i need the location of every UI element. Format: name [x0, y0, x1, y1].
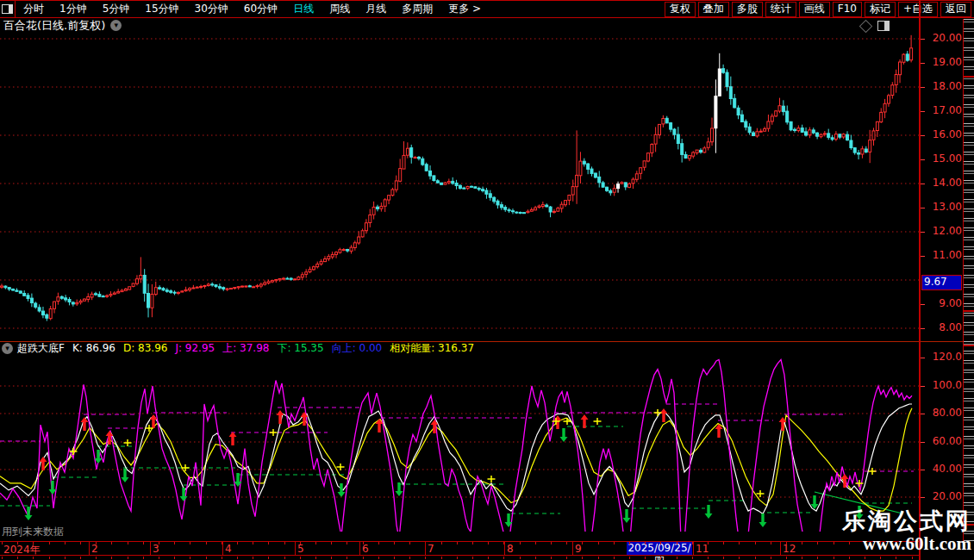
trading-app: { "toolbar": { "left_items": [ {"label":… [0, 0, 974, 560]
month-divider [504, 542, 505, 555]
date-tick [723, 542, 724, 544]
axis-label: 14.00 [924, 177, 962, 189]
date-subtick [660, 557, 661, 559]
axis-label: 18.00 [924, 80, 962, 92]
buy-arrow-icon [554, 415, 562, 429]
toolbar-button[interactable]: 叠加 [698, 2, 729, 17]
date-tick [111, 542, 112, 544]
axis-label: 40.00 [924, 463, 962, 475]
watermark: 乐淘公式网 www.60lt.com [842, 509, 971, 554]
date-tick [268, 542, 269, 544]
date-subtick [472, 557, 473, 559]
date-label: 6 [362, 543, 369, 555]
toolbar-button[interactable]: 统计 [765, 2, 796, 17]
axis-label: 20.00 [924, 490, 962, 502]
date-tick [394, 542, 395, 544]
date-tick [441, 542, 442, 544]
sell-arrow-icon [705, 505, 713, 519]
date-label: 4 [225, 543, 232, 555]
buy-arrow-icon [277, 410, 284, 424]
date-subtick [912, 557, 913, 559]
date-subtick [284, 557, 285, 559]
date-subtick [331, 557, 332, 559]
date-tick [520, 542, 521, 544]
month-divider [425, 542, 426, 555]
diamond-marker-icon[interactable] [859, 20, 873, 34]
date-label: 9 [575, 543, 582, 555]
window-layout-button[interactable] [0, 1, 16, 17]
k-line [0, 404, 912, 513]
toolbar-button[interactable]: F10 [833, 2, 862, 17]
date-subtick [488, 557, 489, 559]
chart-title-bar: 百合花(日线.前复权) ▾ [3, 19, 122, 32]
sell-arrow-icon [560, 428, 568, 442]
date-subtick [65, 557, 66, 559]
period-tab[interactable]: 分时 [16, 2, 52, 16]
axis-label: 16.00 [924, 128, 962, 140]
date-subtick [817, 557, 818, 559]
date-tick [457, 542, 458, 544]
period-tab[interactable]: 30分钟 [187, 2, 236, 16]
period-tab[interactable]: 日线 [285, 2, 322, 16]
date-subtick [896, 557, 896, 559]
period-menu: 分时1分钟5分钟15分钟30分钟60分钟日线周线月线多周期更多 > [16, 2, 489, 16]
axis-label: 17.00 [924, 104, 962, 116]
toolbar-button[interactable]: 复权 [665, 2, 696, 17]
indicator-gridlines [0, 386, 919, 497]
toolbar-button[interactable]: 画线 [799, 2, 830, 17]
date-tick [755, 542, 756, 544]
buy-arrow-icon [581, 414, 589, 428]
date-axis: 2025/09/25/四 2024年234567891112 [0, 541, 919, 556]
date-subtick [582, 557, 583, 559]
buy-arrow-icon [229, 432, 237, 445]
date-subtick [17, 557, 18, 559]
toolbar-button[interactable]: 标记 [865, 2, 896, 17]
axis-label: 9.00 [924, 297, 962, 309]
panel-toggle-icon[interactable] [877, 21, 890, 31]
date-tick [660, 542, 661, 544]
date-subtick [315, 557, 316, 559]
axis-label: 19.00 [924, 56, 962, 68]
date-subtick [253, 557, 253, 559]
date-subtick [394, 557, 395, 559]
date-tick [551, 542, 552, 544]
date-subtick [786, 557, 787, 559]
date-tick [143, 542, 144, 544]
toolbar-button[interactable]: 多股 [732, 2, 763, 17]
date-subtick [771, 557, 771, 559]
date-subtick [834, 557, 834, 559]
date-subtick [49, 557, 50, 559]
period-tab[interactable]: 月线 [358, 2, 394, 16]
date-subtick [566, 557, 567, 559]
month-divider [359, 542, 360, 555]
date-subtick [708, 557, 709, 559]
period-tab[interactable]: 多周期 [394, 2, 440, 16]
chevron-down-icon[interactable]: ▾ [110, 20, 122, 31]
date-subtick [755, 557, 756, 559]
date-subtick [96, 557, 97, 559]
period-tab[interactable]: 周线 [322, 2, 358, 16]
date-tick [802, 542, 802, 544]
indicator-chart [0, 350, 919, 541]
date-subtick [111, 557, 112, 559]
month-divider [295, 542, 296, 555]
sell-arrow-icon [25, 507, 33, 520]
date-subtick [222, 557, 222, 559]
period-tab[interactable]: 60分钟 [236, 2, 285, 16]
period-tab[interactable]: 5分钟 [95, 2, 138, 16]
date-subtick [143, 557, 144, 559]
window-split-icon [2, 4, 13, 14]
period-tab[interactable]: 1分钟 [52, 2, 95, 16]
sell-arrow-icon [338, 483, 346, 497]
date-tick [566, 542, 567, 544]
date-subtick [425, 557, 426, 559]
date-subtick [739, 557, 740, 559]
period-tab[interactable]: 15分钟 [137, 2, 186, 16]
collapsed-side-panel[interactable] [963, 19, 974, 541]
date-subtick [880, 557, 881, 559]
sell-arrow-icon [623, 509, 631, 523]
period-tab[interactable]: 更多 > [440, 2, 489, 16]
date-tick [645, 542, 646, 544]
month-divider [89, 542, 90, 555]
watermark-url: www.60lt.com [842, 533, 971, 554]
